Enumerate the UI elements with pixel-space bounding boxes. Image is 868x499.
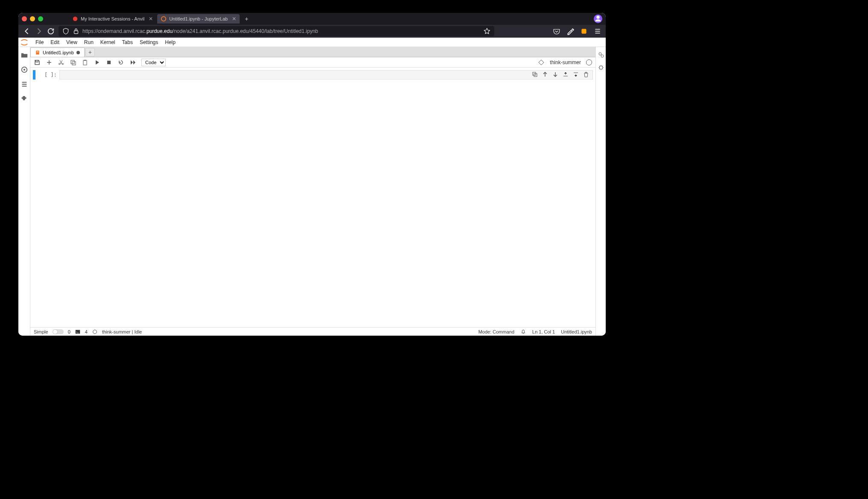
terminals-count[interactable]: 0 xyxy=(68,329,70,334)
jupyter-favicon-icon xyxy=(161,16,167,22)
browser-window: My Interactive Sessions - Anvil ✕ Untitl… xyxy=(18,13,606,336)
menu-run[interactable]: Run xyxy=(81,39,97,45)
svg-point-18 xyxy=(599,53,601,55)
right-sidebar xyxy=(595,47,606,336)
svg-rect-13 xyxy=(107,61,111,64)
new-tab-button[interactable]: + xyxy=(240,15,252,22)
cell-type-select[interactable]: Code xyxy=(141,59,166,66)
main-area: Untitled1.ipynb + Code xyxy=(30,47,595,336)
cell-toolbar xyxy=(531,71,589,78)
bookmark-star-icon[interactable] xyxy=(483,27,491,35)
add-cell-button[interactable] xyxy=(46,59,53,66)
close-window-button[interactable] xyxy=(22,16,27,21)
running-icon[interactable] xyxy=(21,66,28,74)
menu-kernel[interactable]: Kernel xyxy=(97,39,119,45)
jupyter-menubar: File Edit View Run Kernel Tabs Settings … xyxy=(18,38,606,47)
code-cell[interactable]: [ ]: xyxy=(33,70,593,80)
tab-close-icon[interactable]: ✕ xyxy=(149,16,153,22)
restart-button[interactable] xyxy=(117,59,124,66)
menu-file[interactable]: File xyxy=(32,39,47,45)
extension-manager-icon[interactable] xyxy=(21,95,28,103)
jupyter-body: Untitled1.ipynb + Code xyxy=(18,47,606,336)
cell-collapser[interactable] xyxy=(33,70,35,80)
svg-point-17 xyxy=(93,330,97,334)
forward-button[interactable] xyxy=(35,27,43,35)
svg-rect-10 xyxy=(72,62,76,65)
notebook-tab-title: Untitled1.ipynb xyxy=(43,50,74,55)
menu-help[interactable]: Help xyxy=(161,39,179,45)
simple-label: Simple xyxy=(34,329,48,334)
kernel-name[interactable]: think-summer xyxy=(550,59,581,65)
add-tab-button[interactable]: + xyxy=(85,48,95,56)
address-bar[interactable]: https://ondemand.anvil.rcac.purdue.edu/n… xyxy=(59,26,494,36)
insert-above-icon[interactable] xyxy=(562,71,569,78)
svg-rect-3 xyxy=(581,29,586,33)
save-button[interactable] xyxy=(34,59,41,66)
overflow-menu-icon[interactable] xyxy=(594,27,601,35)
customize-icon[interactable] xyxy=(566,27,574,35)
notebook-toolbar: Code think-summer xyxy=(30,57,595,68)
svg-point-19 xyxy=(601,55,604,57)
menu-view[interactable]: View xyxy=(63,39,81,45)
extension-icon[interactable] xyxy=(580,27,588,35)
back-button[interactable] xyxy=(23,27,31,35)
menu-edit[interactable]: Edit xyxy=(47,39,63,45)
kernel-status-icon xyxy=(92,329,98,335)
consoles-count[interactable]: 4 xyxy=(85,329,88,334)
window-controls xyxy=(22,16,43,21)
move-down-icon[interactable] xyxy=(552,71,559,78)
pocket-icon[interactable] xyxy=(553,27,560,35)
folder-icon[interactable] xyxy=(21,51,28,59)
jupyter-logo-icon[interactable] xyxy=(19,38,29,47)
firefox-account-icon[interactable] xyxy=(594,15,602,23)
browser-tab[interactable]: My Interactive Sessions - Anvil ✕ xyxy=(69,14,156,24)
svg-point-1 xyxy=(161,17,166,21)
run-button[interactable] xyxy=(94,59,100,66)
zoom-window-button[interactable] xyxy=(38,16,43,21)
tab-close-icon[interactable]: ✕ xyxy=(232,16,236,22)
reload-button[interactable] xyxy=(47,27,55,35)
svg-rect-7 xyxy=(37,51,39,52)
simple-toggle[interactable] xyxy=(53,329,64,334)
browser-tab[interactable]: Untitled1.ipynb - JupyterLab ✕ xyxy=(157,14,240,24)
url-text: https://ondemand.anvil.rcac.purdue.edu/n… xyxy=(82,28,318,34)
debugger-icon[interactable] xyxy=(598,64,604,71)
fast-forward-button[interactable] xyxy=(129,59,136,66)
move-up-icon[interactable] xyxy=(542,71,548,78)
lock-icon xyxy=(72,27,80,35)
file-path[interactable]: Untitled1.ipynb xyxy=(561,329,592,334)
stop-button[interactable] xyxy=(106,59,112,66)
insert-below-icon[interactable] xyxy=(572,71,579,78)
svg-rect-8 xyxy=(37,52,39,52)
git-icon[interactable] xyxy=(538,59,545,66)
duplicate-cell-icon[interactable] xyxy=(531,71,538,78)
browser-toolbar: https://ondemand.anvil.rcac.purdue.edu/n… xyxy=(18,25,606,38)
cursor-position[interactable]: Ln 1, Col 1 xyxy=(532,329,555,334)
svg-rect-9 xyxy=(71,60,74,64)
notebook-file-icon xyxy=(35,50,40,55)
cell-input[interactable] xyxy=(59,70,593,80)
svg-rect-6 xyxy=(36,50,39,54)
browser-tab-title: My Interactive Sessions - Anvil xyxy=(81,16,144,21)
minimize-window-button[interactable] xyxy=(30,16,35,21)
svg-rect-11 xyxy=(83,60,87,65)
ood-favicon-icon xyxy=(72,16,78,22)
menu-settings[interactable]: Settings xyxy=(136,39,161,45)
svg-rect-12 xyxy=(84,60,86,61)
mode-text[interactable]: Mode: Command xyxy=(478,329,514,334)
kernel-status-text[interactable]: think-summer | Idle xyxy=(102,329,142,334)
cut-button[interactable] xyxy=(58,59,65,66)
paste-button[interactable] xyxy=(82,59,88,66)
notification-icon[interactable] xyxy=(520,329,526,335)
document-tabbar: Untitled1.ipynb + xyxy=(30,47,595,57)
delete-cell-icon[interactable] xyxy=(583,71,589,78)
menu-tabs[interactable]: Tabs xyxy=(119,39,136,45)
copy-button[interactable] xyxy=(70,59,76,66)
notebook-content[interactable]: [ ]: xyxy=(30,68,595,327)
toc-icon[interactable] xyxy=(21,80,28,88)
toolbar-right xyxy=(553,27,601,35)
property-inspector-icon[interactable] xyxy=(598,51,604,58)
kernel-indicator-icon[interactable] xyxy=(586,59,592,65)
notebook-tab[interactable]: Untitled1.ipynb xyxy=(30,47,85,57)
left-sidebar xyxy=(18,47,30,336)
